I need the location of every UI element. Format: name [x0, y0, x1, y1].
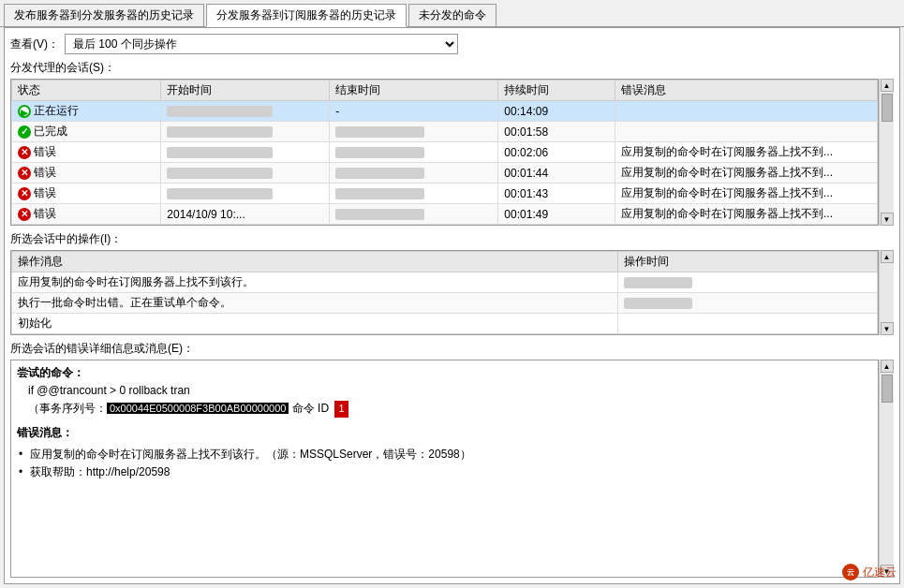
error-list: 应用复制的命令时在订阅服务器上找不到该行。（源：MSSQLServer，错误号：… — [17, 446, 872, 481]
ops-scrollbar[interactable]: ▲ ▼ — [879, 250, 894, 335]
col-error: 错误消息 — [615, 81, 878, 101]
col-duration: 持续时间 — [498, 81, 615, 101]
status-text: 错误 — [34, 144, 56, 160]
try-command-label: 尝试的命令： — [17, 364, 872, 382]
session-row[interactable]: ✕错误2014/10/9 10:30:002014/10/9 10:31:000… — [12, 163, 878, 184]
txn-label: （事务序列号： — [28, 402, 107, 415]
error-item: 应用复制的命令时在订阅服务器上找不到该行。（源：MSSQLServer，错误号：… — [17, 446, 872, 463]
error-label: 错误消息： — [17, 424, 872, 442]
cmd-label: 命令 ID — [292, 402, 329, 415]
tab-undistributed-commands[interactable]: 未分发的命令 — [408, 4, 496, 26]
end-time: 2014/10/9 10:31:00 — [330, 204, 498, 225]
txn-seq-line: （事务序列号：0x00044E0500008F3B00AB00000000 命令… — [17, 400, 872, 418]
operations-label: 所选会话中的操作(I)： — [10, 231, 894, 247]
col-end: 结束时间 — [330, 81, 498, 101]
duration: 00:01:58 — [498, 122, 615, 142]
duration: 00:14:09 — [498, 101, 615, 122]
status-icon: ✕ — [18, 208, 31, 221]
error-message: 应用复制的命令时在订阅服务器上找不到... — [615, 142, 878, 163]
scrollbar-thumb[interactable] — [882, 94, 893, 122]
scroll-down-arrow[interactable]: ▼ — [881, 213, 894, 226]
op-message: 应用复制的命令时在订阅服务器上找不到该行。 — [12, 272, 618, 293]
operation-row[interactable]: 应用复制的命令时在订阅服务器上找不到该行。2014/10/9 10:3 — [12, 272, 878, 293]
end-time: 2014/10/9 10:31:00 — [330, 163, 498, 184]
status-icon: ✕ — [18, 167, 31, 180]
view-row: 查看(V)： 最后 100 个同步操作 — [10, 34, 894, 54]
start-time: 2014/10/9 10:30:00 — [161, 163, 330, 184]
op-message: 初始化 — [12, 314, 618, 334]
end-time: 2014/10/9 10:31:00 — [330, 184, 498, 204]
op-time — [617, 314, 877, 334]
start-time: 2014/10/9 10:30:00 — [161, 142, 330, 163]
error-scrollbar-thumb[interactable] — [882, 375, 893, 403]
view-select[interactable]: 最后 100 个同步操作 — [65, 34, 458, 54]
ops-scroll-up[interactable]: ▲ — [881, 250, 894, 263]
col-start: 开始时间 — [161, 81, 330, 101]
tab-bar: 发布服务器到分发服务器的历史记录 分发服务器到订阅服务器的历史记录 未分发的命令 — [0, 0, 904, 27]
status-text: 已完成 — [34, 124, 67, 140]
sessions-label: 分发代理的会话(S)： — [10, 60, 894, 76]
session-row[interactable]: ▶正在运行2014/10/9 10:30:00-00:14:09 — [12, 101, 878, 122]
error-scroll-up[interactable]: ▲ — [881, 360, 894, 373]
duration: 00:01:44 — [498, 163, 615, 184]
error-scrollbar[interactable]: ▲ ▼ — [879, 360, 894, 578]
scroll-up-arrow[interactable]: ▲ — [881, 79, 894, 92]
error-item: 获取帮助：http://help/20598 — [17, 463, 872, 481]
error-section: 所选会话的错误详细信息或消息(E)： 尝试的命令： if @@trancount… — [10, 341, 894, 578]
duration: 00:02:06 — [498, 142, 615, 163]
error-content: 尝试的命令： if @@trancount > 0 rollback tran … — [17, 364, 872, 481]
start-time: 2014/10/9 10:... — [161, 204, 330, 225]
error-message — [615, 122, 878, 142]
error-message: 应用复制的命令时在订阅服务器上找不到... — [615, 184, 878, 204]
duration: 00:01:43 — [498, 184, 615, 204]
sessions-scrollbar[interactable]: ▲ ▼ — [879, 79, 894, 226]
op-message: 执行一批命令时出错。正在重试单个命令。 — [12, 293, 618, 314]
status-icon: ▶ — [18, 105, 31, 118]
session-row[interactable]: ✕错误2014/10/9 10:30:002014/10/9 10:31:000… — [12, 142, 878, 163]
operation-row[interactable]: 初始化 — [12, 314, 878, 334]
end-time: - — [330, 101, 498, 122]
op-time: 2014/10/9 10:3 — [617, 293, 877, 314]
col-status: 状态 — [12, 81, 161, 101]
view-label: 查看(V)： — [10, 37, 59, 52]
end-time: 2014/10/9 10:31:00 — [330, 142, 498, 163]
ops-col-message: 操作消息 — [12, 252, 618, 272]
duration: 00:01:49 — [498, 204, 615, 225]
sessions-table: 状态 开始时间 结束时间 持续时间 错误消息 ▶正在运行2014/10/9 10… — [11, 80, 878, 225]
operations-table: 操作消息 操作时间 应用复制的命令时在订阅服务器上找不到该行。2014/10/9… — [11, 251, 878, 334]
txn-value: 0x00044E0500008F3B00AB00000000 — [107, 403, 289, 414]
watermark: 云 亿速云 — [842, 564, 897, 581]
error-section-label: 所选会话的错误详细信息或消息(E)： — [10, 341, 894, 357]
sessions-table-container: 状态 开始时间 结束时间 持续时间 错误消息 ▶正在运行2014/10/9 10… — [10, 79, 894, 226]
session-row[interactable]: ✕错误2014/10/9 10:30:002014/10/9 10:31:000… — [12, 184, 878, 204]
ops-col-time: 操作时间 — [617, 252, 877, 272]
status-text: 错误 — [34, 185, 56, 201]
status-text: 正在运行 — [34, 103, 79, 119]
session-row[interactable]: ✓已完成2014/10/9 10:30:002014/10/9 10:31:00… — [12, 122, 878, 142]
command-line1: if @@trancount > 0 rollback tran — [17, 382, 872, 400]
status-text: 错误 — [34, 206, 56, 222]
start-time: 2014/10/9 10:30:00 — [161, 101, 330, 122]
status-icon: ✕ — [18, 187, 31, 200]
status-icon: ✕ — [18, 146, 31, 159]
session-row[interactable]: ✕错误2014/10/9 10:...2014/10/9 10:31:0000:… — [12, 204, 878, 225]
main-content: 查看(V)： 最后 100 个同步操作 分发代理的会话(S)： 状态 开始时间 … — [4, 27, 900, 584]
tab-distributor-history[interactable]: 分发服务器到订阅服务器的历史记录 — [206, 4, 407, 27]
operation-row[interactable]: 执行一批命令时出错。正在重试单个命令。2014/10/9 10:3 — [12, 293, 878, 314]
error-message: 应用复制的命令时在订阅服务器上找不到... — [615, 204, 878, 225]
error-message: 应用复制的命令时在订阅服务器上找不到... — [615, 163, 878, 184]
status-text: 错误 — [34, 165, 56, 181]
error-message — [615, 101, 878, 122]
operations-section: 所选会话中的操作(I)： 操作消息 操作时间 应用复制的命令时在订阅服务器上找不… — [10, 231, 894, 335]
error-box: 尝试的命令： if @@trancount > 0 rollback tran … — [10, 360, 879, 578]
op-time: 2014/10/9 10:3 — [617, 272, 877, 293]
end-time: 2014/10/9 10:31:00 — [330, 122, 498, 142]
watermark-text: 亿速云 — [863, 565, 897, 581]
status-icon: ✓ — [18, 125, 31, 139]
tab-publisher-history[interactable]: 发布服务器到分发服务器的历史记录 — [4, 4, 204, 26]
cmd-id-value: 1 — [334, 401, 348, 418]
watermark-logo: 云 — [842, 564, 859, 581]
ops-scroll-down[interactable]: ▼ — [881, 322, 894, 335]
operations-table-container: 操作消息 操作时间 应用复制的命令时在订阅服务器上找不到该行。2014/10/9… — [10, 250, 894, 335]
start-time: 2014/10/9 10:30:00 — [161, 184, 330, 204]
